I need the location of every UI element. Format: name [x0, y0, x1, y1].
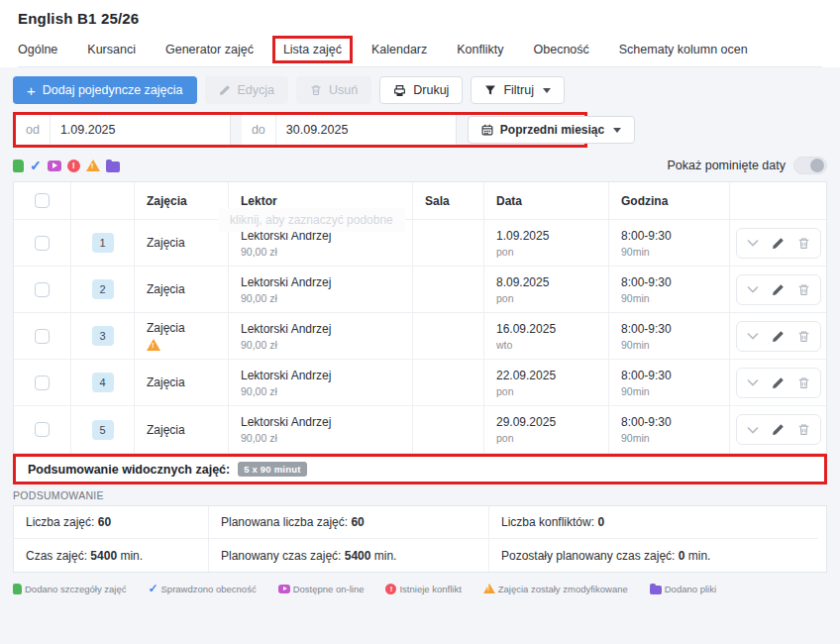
show-skipped-dates-label: Pokaż pominięte daty	[667, 159, 786, 172]
legend-item: Dostępne on-line	[278, 584, 365, 594]
row-checkbox[interactable]	[35, 282, 50, 297]
delete-row-button[interactable]	[797, 237, 810, 250]
expand-row-button[interactable]	[747, 332, 759, 340]
delete-row-button[interactable]	[797, 376, 810, 389]
printer-icon	[393, 84, 406, 97]
table-header-row: Zajęcia Lektor Sala Data Godzina	[14, 182, 826, 220]
edit-row-button[interactable]	[772, 423, 785, 436]
show-skipped-dates-toggle[interactable]	[793, 157, 827, 174]
date-from-input[interactable]	[51, 115, 230, 145]
class-time: 8:00-9:30	[621, 322, 717, 336]
video-icon	[48, 161, 61, 171]
previous-month-button[interactable]: Poprzedni miesiąc	[468, 116, 635, 144]
delete-button[interactable]: Usuń	[296, 76, 371, 104]
check-icon: ✓	[30, 159, 42, 172]
document-icon	[13, 584, 22, 594]
add-single-class-button[interactable]: + Dodaj pojedyncze zajęcia	[13, 76, 197, 104]
tab-generator-zajec[interactable]: Generator zajęć	[165, 43, 254, 56]
summary-cell: Planowana liczba zajęć: 60	[209, 506, 489, 539]
class-date: 1.09.2025	[496, 229, 596, 243]
toolbar: + Dodaj pojedyncze zajęcia Edycja Usuń D…	[13, 76, 827, 104]
lektor-price: 90,00 zł	[241, 292, 400, 304]
expand-row-button[interactable]	[747, 239, 759, 247]
annotation-box-date-range: od do Poprzedni miesiąc	[13, 112, 587, 148]
previous-month-label: Poprzedni miesiąc	[500, 123, 604, 137]
class-day: pon	[496, 432, 596, 444]
filter-icon	[484, 84, 496, 96]
class-type: Zajęcia	[147, 282, 216, 296]
filter-label: Filtruj	[503, 83, 534, 97]
edit-row-button[interactable]	[772, 283, 785, 296]
warning-icon	[147, 339, 160, 351]
legend-item: ✓Sprawdzono obecność	[148, 583, 256, 594]
tab-obecnosc[interactable]: Obecność	[534, 43, 589, 56]
edit-row-button[interactable]	[772, 237, 785, 250]
conflict-icon: !	[67, 160, 80, 172]
class-time: 8:00-9:30	[621, 229, 717, 243]
edit-row-button[interactable]	[772, 330, 785, 343]
add-single-class-label: Dodaj pojedyncze zajęcia	[43, 83, 183, 97]
class-duration: 90min	[621, 385, 717, 397]
edit-button[interactable]: Edycja	[205, 76, 289, 104]
date-to-group: do	[242, 115, 457, 145]
class-day: pon	[496, 385, 596, 397]
summary-cell: Liczba zajęć: 60	[14, 506, 209, 539]
select-all-checkbox[interactable]	[35, 193, 50, 208]
tab-schematy-kolumn-ocen[interactable]: Schematy kolumn ocen	[619, 43, 748, 56]
legend-item: Zajęcia zostały zmodyfikowane	[483, 584, 628, 594]
plus-icon: +	[27, 83, 36, 98]
page-title: English B1 25/26	[18, 10, 822, 27]
table-row: 2 Zajęcia Lektorski Andrzej 90,00 zł 8.0…	[14, 267, 826, 313]
delete-row-button[interactable]	[797, 423, 810, 436]
filter-button[interactable]: Filtruj	[471, 76, 565, 104]
delete-row-button[interactable]	[797, 330, 810, 343]
flag-legend: Dodano szczegóły zajęć ✓Sprawdzono obecn…	[13, 583, 827, 594]
expand-row-button[interactable]	[747, 285, 759, 293]
expand-row-button[interactable]	[747, 426, 759, 434]
tabbar: Ogólne Kursanci Generator zajęć Lista za…	[18, 43, 822, 67]
table-row: 4 Zajęcia Lektorski Andrzej 90,00 zł 22.…	[14, 360, 826, 406]
flag-legend-icons: ✓ !	[13, 159, 120, 172]
tab-konflikty[interactable]: Konflikty	[457, 43, 503, 56]
delete-row-button[interactable]	[797, 283, 810, 296]
lektor-name: Lektorski Andrzej	[241, 369, 400, 382]
row-actions	[736, 414, 821, 445]
header-lektor: Lektor	[229, 182, 413, 219]
tab-kursanci[interactable]: Kursanci	[87, 43, 136, 56]
row-checkbox[interactable]	[35, 236, 50, 251]
tab-kalendarz[interactable]: Kalendarz	[371, 43, 427, 56]
date-from-group: od	[16, 115, 231, 145]
lektor-price: 90,00 zł	[241, 432, 400, 444]
edit-row-button[interactable]	[772, 376, 785, 389]
chevron-down-icon	[543, 88, 551, 93]
visible-summary-label: Podsumowanie widocznych zajęć:	[28, 463, 230, 477]
legend-item: Dodano pliki	[650, 584, 716, 594]
date-to-input[interactable]	[276, 115, 456, 145]
row-checkbox[interactable]	[35, 329, 50, 344]
date-from-prefix: od	[16, 115, 51, 145]
tab-lista-zajec[interactable]: Lista zajęć	[272, 36, 353, 63]
table-row: 3 Zajęcia Lektorski Andrzej 90,00 zł 16.…	[14, 313, 826, 360]
edit-label: Edycja	[238, 83, 275, 97]
lektor-name: Lektorski Andrzej	[241, 229, 400, 243]
tab-ogolne[interactable]: Ogólne	[18, 43, 57, 56]
chevron-down-icon	[613, 128, 621, 133]
summary-cell: Czas zajęć: 5400 min.	[14, 539, 209, 572]
expand-row-button[interactable]	[747, 378, 759, 386]
row-number-badge: 5	[92, 420, 114, 440]
row-checkbox[interactable]	[35, 422, 50, 437]
lektor-name: Lektorski Andrzej	[241, 275, 400, 289]
row-checkbox[interactable]	[35, 376, 50, 390]
class-day: wto	[496, 339, 596, 351]
class-duration: 90min	[621, 432, 717, 444]
warning-icon	[86, 160, 100, 171]
row-number-badge: 2	[92, 279, 114, 299]
lektor-name: Lektorski Andrzej	[241, 322, 400, 336]
class-time: 8:00-9:30	[621, 369, 717, 382]
lektor-price: 90,00 zł	[241, 339, 400, 351]
toggle-knob	[810, 159, 824, 172]
print-button[interactable]: Drukuj	[379, 76, 463, 104]
class-duration: 90min	[621, 339, 717, 351]
row-number-badge: 4	[92, 373, 114, 392]
folder-icon	[106, 161, 120, 172]
